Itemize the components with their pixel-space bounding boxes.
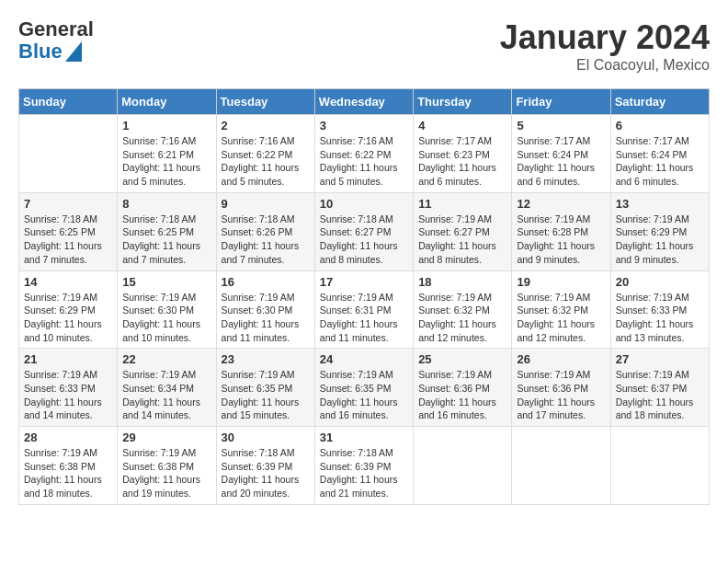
calendar-cell: 2Sunrise: 7:16 AM Sunset: 6:22 PM Daylig…: [216, 115, 314, 193]
day-info: Sunrise: 7:17 AM Sunset: 6:24 PM Dayligh…: [517, 134, 605, 189]
day-number: 5: [517, 119, 605, 132]
calendar-cell: 30Sunrise: 7:18 AM Sunset: 6:39 PM Dayli…: [216, 427, 314, 505]
day-info: Sunrise: 7:16 AM Sunset: 6:21 PM Dayligh…: [122, 134, 210, 189]
day-number: 12: [517, 197, 605, 211]
day-number: 25: [418, 352, 506, 366]
day-number: 2: [222, 119, 310, 132]
day-info: Sunrise: 7:19 AM Sunset: 6:33 PM Dayligh…: [616, 291, 704, 345]
day-info: Sunrise: 7:19 AM Sunset: 6:33 PM Dayligh…: [24, 368, 112, 422]
day-info: Sunrise: 7:18 AM Sunset: 6:39 PM Dayligh…: [222, 446, 310, 500]
calendar-cell: 21Sunrise: 7:19 AM Sunset: 6:33 PM Dayli…: [19, 349, 118, 427]
weekday-header: Friday: [512, 89, 610, 115]
month-title: January 2024: [500, 18, 710, 57]
calendar-week-row: 1Sunrise: 7:16 AM Sunset: 6:21 PM Daylig…: [19, 115, 710, 193]
day-info: Sunrise: 7:19 AM Sunset: 6:28 PM Dayligh…: [517, 213, 605, 267]
day-info: Sunrise: 7:19 AM Sunset: 6:35 PM Dayligh…: [320, 368, 408, 422]
day-number: 20: [616, 275, 704, 289]
day-number: 15: [122, 275, 210, 289]
day-number: 27: [616, 352, 704, 366]
calendar-week-row: 21Sunrise: 7:19 AM Sunset: 6:33 PM Dayli…: [19, 349, 710, 427]
day-number: 11: [418, 197, 506, 211]
location-title: El Coacoyul, Mexico: [500, 57, 710, 74]
calendar-cell: 26Sunrise: 7:19 AM Sunset: 6:36 PM Dayli…: [512, 349, 610, 427]
calendar-cell: 23Sunrise: 7:19 AM Sunset: 6:35 PM Dayli…: [216, 349, 314, 427]
weekday-header: Thursday: [414, 89, 512, 115]
day-info: Sunrise: 7:19 AM Sunset: 6:37 PM Dayligh…: [616, 368, 704, 422]
calendar-cell: 28Sunrise: 7:19 AM Sunset: 6:38 PM Dayli…: [19, 427, 118, 505]
day-info: Sunrise: 7:19 AM Sunset: 6:27 PM Dayligh…: [418, 213, 506, 267]
calendar-cell: [414, 427, 512, 505]
day-number: 7: [24, 197, 112, 211]
weekday-header: Sunday: [19, 89, 118, 115]
day-number: 9: [222, 197, 310, 211]
day-info: Sunrise: 7:19 AM Sunset: 6:29 PM Dayligh…: [24, 291, 112, 345]
day-number: 23: [222, 352, 310, 366]
logo-blue: Blue: [18, 40, 63, 63]
calendar-cell: 1Sunrise: 7:16 AM Sunset: 6:21 PM Daylig…: [118, 115, 216, 193]
day-info: Sunrise: 7:19 AM Sunset: 6:38 PM Dayligh…: [24, 446, 112, 500]
calendar-week-row: 7Sunrise: 7:18 AM Sunset: 6:25 PM Daylig…: [19, 192, 710, 270]
day-info: Sunrise: 7:19 AM Sunset: 6:30 PM Dayligh…: [122, 291, 210, 345]
day-info: Sunrise: 7:18 AM Sunset: 6:39 PM Dayligh…: [320, 446, 408, 500]
calendar-cell: 8Sunrise: 7:18 AM Sunset: 6:25 PM Daylig…: [118, 192, 216, 270]
calendar-cell: 31Sunrise: 7:18 AM Sunset: 6:39 PM Dayli…: [314, 427, 413, 505]
calendar-cell: 15Sunrise: 7:19 AM Sunset: 6:30 PM Dayli…: [118, 270, 216, 349]
day-number: 8: [122, 197, 210, 211]
calendar-cell: [19, 115, 118, 193]
day-number: 29: [122, 431, 210, 444]
calendar-cell: 17Sunrise: 7:19 AM Sunset: 6:31 PM Dayli…: [314, 270, 413, 349]
day-number: 30: [222, 431, 310, 444]
calendar-cell: 5Sunrise: 7:17 AM Sunset: 6:24 PM Daylig…: [512, 115, 610, 193]
day-info: Sunrise: 7:19 AM Sunset: 6:30 PM Dayligh…: [222, 291, 310, 345]
day-info: Sunrise: 7:16 AM Sunset: 6:22 PM Dayligh…: [320, 134, 408, 189]
day-number: 24: [320, 352, 408, 366]
day-number: 3: [320, 119, 408, 132]
calendar-table: SundayMondayTuesdayWednesdayThursdayFrid…: [18, 88, 710, 505]
calendar-cell: 29Sunrise: 7:19 AM Sunset: 6:38 PM Dayli…: [118, 427, 216, 505]
calendar-cell: 20Sunrise: 7:19 AM Sunset: 6:33 PM Dayli…: [610, 270, 709, 349]
calendar-cell: 3Sunrise: 7:16 AM Sunset: 6:22 PM Daylig…: [314, 115, 413, 193]
day-number: 22: [122, 352, 210, 366]
day-info: Sunrise: 7:18 AM Sunset: 6:25 PM Dayligh…: [122, 213, 210, 267]
day-number: 13: [616, 197, 704, 211]
calendar-cell: 7Sunrise: 7:18 AM Sunset: 6:25 PM Daylig…: [19, 192, 118, 270]
day-info: Sunrise: 7:17 AM Sunset: 6:24 PM Dayligh…: [616, 134, 704, 189]
day-info: Sunrise: 7:19 AM Sunset: 6:32 PM Dayligh…: [418, 291, 506, 345]
calendar-cell: 19Sunrise: 7:19 AM Sunset: 6:32 PM Dayli…: [512, 270, 610, 349]
day-number: 14: [24, 275, 112, 289]
day-info: Sunrise: 7:19 AM Sunset: 6:36 PM Dayligh…: [517, 368, 605, 422]
day-number: 19: [517, 275, 605, 289]
day-number: 6: [616, 119, 704, 132]
logo-icon: [65, 41, 82, 62]
logo-general: General: [18, 18, 94, 40]
day-info: Sunrise: 7:19 AM Sunset: 6:36 PM Dayligh…: [418, 368, 506, 422]
weekday-header-row: SundayMondayTuesdayWednesdayThursdayFrid…: [19, 89, 710, 115]
logo: General Blue: [18, 18, 94, 63]
calendar-cell: 11Sunrise: 7:19 AM Sunset: 6:27 PM Dayli…: [414, 192, 512, 270]
day-number: 4: [418, 119, 506, 132]
page-header: General Blue January 2024 El Coacoyul, M…: [18, 18, 710, 74]
calendar-week-row: 28Sunrise: 7:19 AM Sunset: 6:38 PM Dayli…: [19, 427, 710, 505]
weekday-header: Tuesday: [216, 89, 314, 115]
calendar-cell: 24Sunrise: 7:19 AM Sunset: 6:35 PM Dayli…: [314, 349, 413, 427]
svg-marker-0: [65, 41, 82, 62]
weekday-header: Monday: [118, 89, 216, 115]
day-number: 16: [222, 275, 310, 289]
day-info: Sunrise: 7:18 AM Sunset: 6:27 PM Dayligh…: [320, 213, 408, 267]
calendar-cell: 9Sunrise: 7:18 AM Sunset: 6:26 PM Daylig…: [216, 192, 314, 270]
day-info: Sunrise: 7:19 AM Sunset: 6:32 PM Dayligh…: [517, 291, 605, 345]
calendar-cell: 12Sunrise: 7:19 AM Sunset: 6:28 PM Dayli…: [512, 192, 610, 270]
day-info: Sunrise: 7:19 AM Sunset: 6:34 PM Dayligh…: [122, 368, 210, 422]
day-info: Sunrise: 7:18 AM Sunset: 6:26 PM Dayligh…: [222, 213, 310, 267]
calendar-cell: 13Sunrise: 7:19 AM Sunset: 6:29 PM Dayli…: [610, 192, 709, 270]
day-number: 18: [418, 275, 506, 289]
weekday-header: Saturday: [610, 89, 709, 115]
day-info: Sunrise: 7:18 AM Sunset: 6:25 PM Dayligh…: [24, 213, 112, 267]
day-number: 31: [320, 431, 408, 444]
calendar-cell: 27Sunrise: 7:19 AM Sunset: 6:37 PM Dayli…: [610, 349, 709, 427]
day-info: Sunrise: 7:19 AM Sunset: 6:35 PM Dayligh…: [222, 368, 310, 422]
day-info: Sunrise: 7:16 AM Sunset: 6:22 PM Dayligh…: [222, 134, 310, 189]
day-number: 28: [24, 431, 112, 444]
day-number: 17: [320, 275, 408, 289]
calendar-cell: 4Sunrise: 7:17 AM Sunset: 6:23 PM Daylig…: [414, 115, 512, 193]
